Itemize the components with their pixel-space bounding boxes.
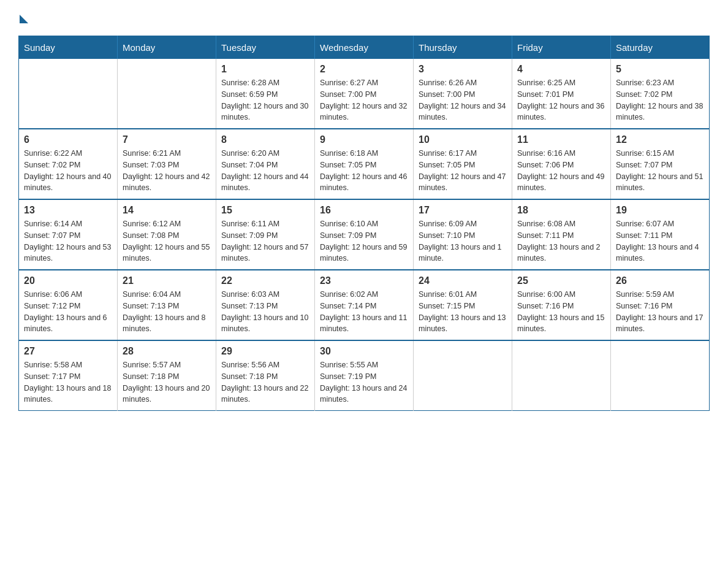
calendar-week-row: 20Sunrise: 6:06 AMSunset: 7:12 PMDayligh…: [19, 270, 710, 340]
day-number: 25: [517, 275, 605, 286]
day-of-week-header: Wednesday: [315, 36, 414, 59]
day-info: Sunrise: 6:26 AMSunset: 7:00 PMDaylight:…: [419, 77, 507, 123]
day-number: 11: [517, 134, 605, 145]
logo-arrow-icon: [20, 15, 28, 23]
day-info: Sunrise: 6:25 AMSunset: 7:01 PMDaylight:…: [517, 77, 605, 123]
day-of-week-header: Friday: [512, 36, 611, 59]
day-info: Sunrise: 6:10 AMSunset: 7:09 PMDaylight:…: [320, 218, 408, 264]
day-info: Sunrise: 6:17 AMSunset: 7:05 PMDaylight:…: [419, 148, 507, 194]
day-number: 22: [221, 275, 309, 286]
day-info: Sunrise: 6:15 AMSunset: 7:07 PMDaylight:…: [616, 148, 704, 194]
calendar-day-cell: 4Sunrise: 6:25 AMSunset: 7:01 PMDaylight…: [512, 59, 611, 129]
calendar-day-cell: 6Sunrise: 6:22 AMSunset: 7:02 PMDaylight…: [19, 129, 118, 199]
day-info: Sunrise: 6:18 AMSunset: 7:05 PMDaylight:…: [320, 148, 408, 194]
calendar-day-cell: [611, 340, 710, 411]
calendar-day-cell: [414, 340, 512, 411]
day-number: 15: [221, 205, 309, 216]
logo: [18, 12, 29, 23]
calendar-day-cell: 2Sunrise: 6:27 AMSunset: 7:00 PMDaylight…: [315, 59, 414, 129]
day-number: 2: [320, 64, 408, 75]
day-info: Sunrise: 6:11 AMSunset: 7:09 PMDaylight:…: [221, 218, 309, 264]
day-info: Sunrise: 6:04 AMSunset: 7:13 PMDaylight:…: [123, 289, 211, 335]
day-number: 6: [24, 134, 112, 145]
day-of-week-header: Tuesday: [216, 36, 315, 59]
day-info: Sunrise: 6:12 AMSunset: 7:08 PMDaylight:…: [123, 218, 211, 264]
calendar-week-row: 6Sunrise: 6:22 AMSunset: 7:02 PMDaylight…: [19, 129, 710, 199]
calendar-day-cell: [118, 59, 216, 129]
day-info: Sunrise: 6:22 AMSunset: 7:02 PMDaylight:…: [24, 148, 112, 194]
day-number: 8: [221, 134, 309, 145]
day-number: 19: [616, 205, 704, 216]
day-info: Sunrise: 5:57 AMSunset: 7:18 PMDaylight:…: [123, 359, 211, 405]
calendar-day-cell: 25Sunrise: 6:00 AMSunset: 7:16 PMDayligh…: [512, 270, 611, 340]
calendar-week-row: 1Sunrise: 6:28 AMSunset: 6:59 PMDaylight…: [19, 59, 710, 129]
calendar-day-cell: 8Sunrise: 6:20 AMSunset: 7:04 PMDaylight…: [216, 129, 315, 199]
calendar-header-row: SundayMondayTuesdayWednesdayThursdayFrid…: [19, 36, 710, 59]
day-number: 24: [419, 275, 507, 286]
day-info: Sunrise: 6:27 AMSunset: 7:00 PMDaylight:…: [320, 77, 408, 123]
day-number: 20: [24, 275, 112, 286]
day-number: 9: [320, 134, 408, 145]
calendar-day-cell: 21Sunrise: 6:04 AMSunset: 7:13 PMDayligh…: [118, 270, 216, 340]
day-info: Sunrise: 6:16 AMSunset: 7:06 PMDaylight:…: [517, 148, 605, 194]
calendar-day-cell: 27Sunrise: 5:58 AMSunset: 7:17 PMDayligh…: [19, 340, 118, 411]
day-number: 27: [24, 346, 112, 357]
day-number: 3: [419, 64, 507, 75]
day-info: Sunrise: 6:02 AMSunset: 7:14 PMDaylight:…: [320, 289, 408, 335]
calendar-day-cell: 10Sunrise: 6:17 AMSunset: 7:05 PMDayligh…: [414, 129, 512, 199]
day-number: 12: [616, 134, 704, 145]
calendar-day-cell: 13Sunrise: 6:14 AMSunset: 7:07 PMDayligh…: [19, 199, 118, 270]
calendar-day-cell: 28Sunrise: 5:57 AMSunset: 7:18 PMDayligh…: [118, 340, 216, 411]
calendar-day-cell: 3Sunrise: 6:26 AMSunset: 7:00 PMDaylight…: [414, 59, 512, 129]
calendar-day-cell: [512, 340, 611, 411]
day-number: 29: [221, 346, 309, 357]
calendar-day-cell: 17Sunrise: 6:09 AMSunset: 7:10 PMDayligh…: [414, 199, 512, 270]
day-info: Sunrise: 6:03 AMSunset: 7:13 PMDaylight:…: [221, 289, 309, 335]
calendar-day-cell: 16Sunrise: 6:10 AMSunset: 7:09 PMDayligh…: [315, 199, 414, 270]
calendar-week-row: 13Sunrise: 6:14 AMSunset: 7:07 PMDayligh…: [19, 199, 710, 270]
day-of-week-header: Sunday: [19, 36, 118, 59]
day-info: Sunrise: 6:06 AMSunset: 7:12 PMDaylight:…: [24, 289, 112, 335]
calendar-day-cell: 15Sunrise: 6:11 AMSunset: 7:09 PMDayligh…: [216, 199, 315, 270]
calendar-day-cell: 22Sunrise: 6:03 AMSunset: 7:13 PMDayligh…: [216, 270, 315, 340]
calendar-day-cell: 23Sunrise: 6:02 AMSunset: 7:14 PMDayligh…: [315, 270, 414, 340]
day-info: Sunrise: 6:07 AMSunset: 7:11 PMDaylight:…: [616, 218, 704, 264]
day-number: 1: [221, 64, 309, 75]
calendar-day-cell: 7Sunrise: 6:21 AMSunset: 7:03 PMDaylight…: [118, 129, 216, 199]
day-info: Sunrise: 6:09 AMSunset: 7:10 PMDaylight:…: [419, 218, 507, 264]
calendar-day-cell: 24Sunrise: 6:01 AMSunset: 7:15 PMDayligh…: [414, 270, 512, 340]
calendar-week-row: 27Sunrise: 5:58 AMSunset: 7:17 PMDayligh…: [19, 340, 710, 411]
day-info: Sunrise: 5:56 AMSunset: 7:18 PMDaylight:…: [221, 359, 309, 405]
day-of-week-header: Monday: [118, 36, 216, 59]
day-number: 30: [320, 346, 408, 357]
calendar-day-cell: 5Sunrise: 6:23 AMSunset: 7:02 PMDaylight…: [611, 59, 710, 129]
calendar-day-cell: 19Sunrise: 6:07 AMSunset: 7:11 PMDayligh…: [611, 199, 710, 270]
calendar-day-cell: 26Sunrise: 5:59 AMSunset: 7:16 PMDayligh…: [611, 270, 710, 340]
day-info: Sunrise: 6:28 AMSunset: 6:59 PMDaylight:…: [221, 77, 309, 123]
day-number: 23: [320, 275, 408, 286]
calendar-day-cell: [19, 59, 118, 129]
day-number: 21: [123, 275, 211, 286]
calendar-day-cell: 18Sunrise: 6:08 AMSunset: 7:11 PMDayligh…: [512, 199, 611, 270]
calendar-day-cell: 1Sunrise: 6:28 AMSunset: 6:59 PMDaylight…: [216, 59, 315, 129]
day-info: Sunrise: 6:00 AMSunset: 7:16 PMDaylight:…: [517, 289, 605, 335]
day-number: 26: [616, 275, 704, 286]
day-info: Sunrise: 6:14 AMSunset: 7:07 PMDaylight:…: [24, 218, 112, 264]
day-number: 16: [320, 205, 408, 216]
calendar-day-cell: 9Sunrise: 6:18 AMSunset: 7:05 PMDaylight…: [315, 129, 414, 199]
calendar-day-cell: 12Sunrise: 6:15 AMSunset: 7:07 PMDayligh…: [611, 129, 710, 199]
calendar-day-cell: 29Sunrise: 5:56 AMSunset: 7:18 PMDayligh…: [216, 340, 315, 411]
day-info: Sunrise: 6:20 AMSunset: 7:04 PMDaylight:…: [221, 148, 309, 194]
page-header: [18, 12, 710, 23]
day-number: 5: [616, 64, 704, 75]
day-info: Sunrise: 6:23 AMSunset: 7:02 PMDaylight:…: [616, 77, 704, 123]
day-info: Sunrise: 5:59 AMSunset: 7:16 PMDaylight:…: [616, 289, 704, 335]
day-info: Sunrise: 5:55 AMSunset: 7:19 PMDaylight:…: [320, 359, 408, 405]
day-number: 17: [419, 205, 507, 216]
day-info: Sunrise: 6:01 AMSunset: 7:15 PMDaylight:…: [419, 289, 507, 335]
calendar-table: SundayMondayTuesdayWednesdayThursdayFrid…: [18, 36, 710, 411]
calendar-day-cell: 14Sunrise: 6:12 AMSunset: 7:08 PMDayligh…: [118, 199, 216, 270]
calendar-day-cell: 11Sunrise: 6:16 AMSunset: 7:06 PMDayligh…: [512, 129, 611, 199]
day-number: 14: [123, 205, 211, 216]
day-number: 4: [517, 64, 605, 75]
